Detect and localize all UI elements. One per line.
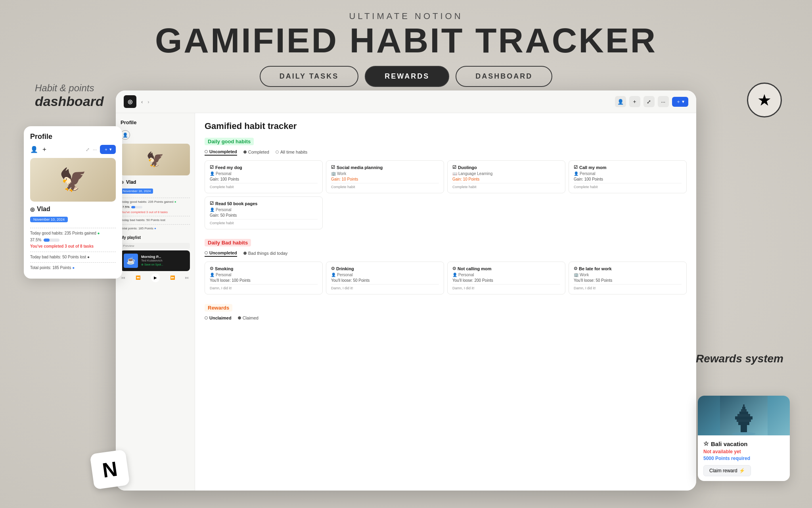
playlist-artist: Ted Kulakevich	[141, 259, 187, 262]
svg-rect-7	[741, 409, 747, 412]
rewards-section-title: Rewards	[205, 304, 232, 312]
app-nav-back[interactable]: ‹	[141, 99, 143, 105]
notion-logo: N	[90, 449, 130, 490]
bad-filter-uncompleted[interactable]: Uncompleted	[205, 250, 237, 257]
bad-habit-lose-2: You'll loose: 50 Points	[331, 278, 439, 283]
app-nav-forward[interactable]: ›	[147, 99, 149, 105]
sidebar-profile-title: Profile	[121, 119, 190, 125]
filter-all-time[interactable]: All time habits	[276, 149, 307, 156]
bad-habit-icon-4: ⊙	[574, 266, 577, 271]
habit-status-2[interactable]: Complete habit	[331, 183, 439, 189]
filter-uncompleted[interactable]: Uncompleted	[205, 149, 237, 156]
person-icon-small-3: 👤	[210, 208, 214, 212]
progress-fill	[44, 239, 50, 242]
bad-habit-cat-3: 👤 Personal	[452, 273, 560, 277]
profile-date-badge: November 10, 2024	[30, 217, 68, 222]
habit-status-5[interactable]: Complete habit	[210, 219, 318, 225]
person-icon: 👤	[30, 146, 38, 153]
new-button[interactable]: ＋▾	[100, 145, 116, 154]
more-icon[interactable]: ···	[93, 147, 97, 152]
star-badge: ★	[747, 83, 782, 117]
tab-daily-tasks[interactable]: DAILY TASKS	[260, 66, 359, 87]
bad-habit-card-smoking: ⊙ Smoking 👤 Personal You'll loose: 100 P…	[205, 262, 323, 294]
bad-habit-card-not-calling: ⊙ Not calling mom 👤 Personal You'll loos…	[447, 262, 565, 294]
bad-habit-title-smoking: ⊙ Smoking	[210, 266, 318, 271]
more-icon-btn[interactable]: ···	[658, 96, 669, 107]
playlist-controls: ⏮ ⏪ ▶ ⏩ ⏭	[121, 273, 190, 282]
habit-category-work: 🏢 Work	[331, 171, 439, 176]
habit-category-personal-2: 👤 Personal	[574, 171, 682, 176]
bad-habit-status-4[interactable]: Damn, I did it!	[574, 284, 682, 290]
playlist-next[interactable]: ⏩	[170, 275, 175, 280]
tab-dashboard[interactable]: DASHBOARD	[456, 66, 552, 87]
reward-claim-label: Claim reward	[709, 468, 737, 473]
all-time-dot-icon	[276, 150, 279, 154]
bad-habit-icon-2: ⊙	[331, 266, 335, 271]
app-header: ULTIMATE NOTION GAMIFIED HABIT TRACKER D…	[0, 0, 812, 91]
daily-bad-habits-section: Daily Bad habits Uncompleted Bad things …	[205, 239, 687, 294]
bad-filter-did-today[interactable]: Bad things did today	[243, 250, 288, 257]
resize-icon-btn[interactable]: ⤢	[643, 96, 655, 107]
app-sidebar: Profile 👤 🦅 ◎ Vlad November 16, 2024 Tod…	[116, 113, 195, 491]
habit-checkmark-icon-5: ☑	[210, 201, 214, 206]
claimed-dot-icon	[238, 316, 241, 319]
add-icon-btn[interactable]: ＋	[629, 96, 640, 107]
rewards-filter-claimed[interactable]: Claimed	[238, 316, 259, 320]
habit-status-1[interactable]: Complete habit	[210, 183, 318, 189]
tab-rewards[interactable]: REWARDS	[365, 66, 449, 87]
sidebar-bird-illustration: 🦅	[146, 151, 164, 168]
sidebar-bad-habits: Today bad habits: 50 Points lost	[121, 218, 190, 222]
bali-temple-illustration	[720, 396, 768, 435]
habit-status-4[interactable]: Complete habit	[574, 183, 682, 189]
bad-habit-status-2[interactable]: Damn, I did it!	[331, 284, 439, 290]
playlist-save[interactable]: ⊕ Save on Spot...	[141, 263, 187, 266]
app-main-content: Gamified habit tracker Daily good habits…	[195, 113, 696, 491]
profile-card: Profile 👤 ＋ ⤢ ··· ＋▾ 🦅 ◎ Vlad November 1…	[24, 126, 122, 279]
playlist-play[interactable]: ▶	[151, 273, 160, 282]
new-btn-main[interactable]: ＋ ▾	[672, 97, 688, 107]
sidebar-good-habits: Today good habits: 235 Points gained ●	[121, 200, 190, 204]
playlist-thumbnail: ☕	[124, 254, 138, 268]
bad-habit-status-3[interactable]: Damn, I did it!	[452, 284, 560, 290]
bad-habit-status-1[interactable]: Damn, I did it!	[210, 284, 318, 290]
profile-card-toolbar: 👤 ＋ ⤢ ··· ＋▾	[30, 145, 116, 154]
completed-dot-icon	[243, 150, 247, 154]
profile-completion-stat: You've completed 3 out of 8 tasks	[30, 244, 116, 249]
good-habits-filter-tabs: Uncompleted Completed All time habits	[205, 149, 687, 156]
habit-checkmark-icon-2: ☑	[331, 165, 335, 170]
bad-habit-card-late-work: ⊙ Be late for work 🏢 Work You'll loose: …	[569, 262, 687, 294]
dashboard-label: Habit & points dashboard	[35, 83, 104, 109]
playlist-prev[interactable]: ⏮	[121, 275, 125, 280]
playlist-skip[interactable]: ⏭	[185, 275, 189, 280]
person-icon-btn[interactable]: 👤	[615, 96, 626, 107]
habit-title-call-mom: ☑ Call my mom	[574, 165, 682, 170]
habit-title-social-media: ☑ Social media planning	[331, 165, 439, 170]
star-icon: ★	[757, 91, 772, 109]
bad-habits-section-title: Daily Bad habits	[205, 239, 251, 246]
rewards-filter-unclaimed[interactable]: Unclaimed	[205, 316, 232, 320]
good-habits-section-title: Daily good habits	[205, 138, 254, 145]
unclaimed-dot-icon	[205, 316, 208, 319]
habit-title-duolingo: ☑ Duolingo	[452, 165, 560, 170]
bad-habit-icon-3: ⊙	[452, 266, 456, 271]
habit-gain-4: Gain: 100 Points	[574, 177, 682, 181]
bad-habit-lose-4: You'll loose: 50 Points	[574, 278, 682, 283]
reward-card-body: ☆ Bali vacation Not available yet 5000 P…	[698, 435, 790, 481]
habit-status-3[interactable]: Complete habit	[452, 183, 560, 189]
claim-reward-button[interactable]: Claim reward ⚡	[703, 465, 751, 476]
profile-total-points: Total points: 185 Points ●	[30, 265, 116, 271]
habit-category-language: 📖 Language Learning	[452, 171, 560, 176]
lightning-icon: ⚡	[739, 468, 745, 473]
profile-name: ◎ Vlad	[30, 206, 116, 213]
reward-card-points-required: 5000 Points required	[703, 456, 784, 461]
add-icon[interactable]: ＋	[41, 145, 48, 154]
sidebar-name: ◎ Vlad	[121, 179, 190, 185]
playlist-back[interactable]: ⏪	[136, 275, 140, 280]
person-bad-icon-2: 👤	[331, 273, 336, 277]
habit-category-personal: 👤 Personal	[210, 171, 318, 176]
habit-card-social-media: ☑ Social media planning 🏢 Work Gain: 10 …	[326, 160, 444, 193]
bad-habits-filter-tabs: Uncompleted Bad things did today	[205, 250, 687, 257]
filter-completed[interactable]: Completed	[243, 149, 269, 156]
app-content: Profile 👤 🦅 ◎ Vlad November 16, 2024 Tod…	[116, 113, 696, 491]
rewards-filter-tabs: Unclaimed Claimed	[205, 316, 687, 320]
